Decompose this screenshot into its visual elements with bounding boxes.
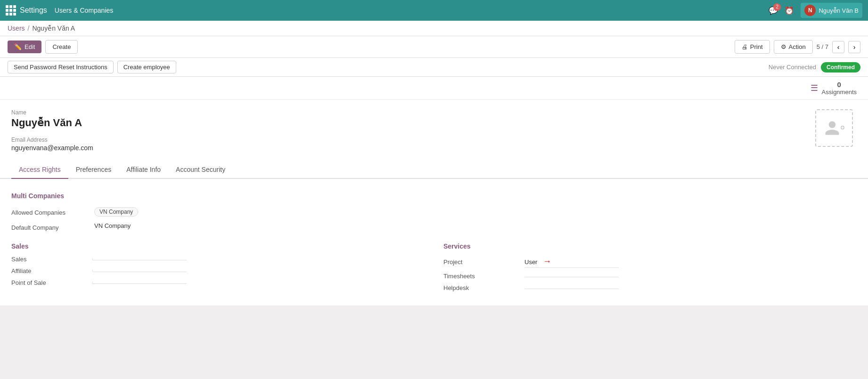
profile-info: Name Nguyễn Văn A Email Address nguyenva…: [11, 109, 806, 152]
services-row-1: Timesheets: [443, 273, 857, 280]
app-logo[interactable]: Settings: [6, 5, 47, 16]
services-value-0: User →: [524, 256, 619, 268]
allowed-companies-tag: VN Company: [94, 207, 138, 217]
tab-affiliate-info[interactable]: Affiliate Info: [119, 161, 168, 179]
sales-label-2: Point of Sale: [11, 279, 87, 286]
services-label-0: Project: [443, 258, 519, 266]
email-value: nguyenvana@example.com: [11, 144, 806, 152]
allowed-companies-row: Allowed Companies VN Company: [11, 207, 857, 217]
sales-row-0: Sales: [11, 256, 425, 263]
tabs-bar: Access Rights Preferences Affiliate Info…: [0, 161, 868, 179]
action-bar: Send Password Reset Instructions Create …: [0, 58, 868, 77]
sales-value-2: [92, 282, 187, 284]
services-row-0: Project User →: [443, 256, 857, 268]
notification-badge: 2: [773, 3, 781, 11]
tab-account-security[interactable]: Account Security: [168, 161, 233, 179]
default-company-label: Default Company: [11, 222, 87, 231]
avatar-upload[interactable]: [815, 109, 853, 147]
gear-icon: ⚙: [781, 43, 786, 50]
navbar: Settings Users & Companies 💬 2 ⏰ N Nguyễ…: [0, 0, 868, 21]
create-employee-button[interactable]: Create employee: [117, 61, 176, 73]
breadcrumb: Users / Nguyễn Văn A: [0, 21, 868, 36]
sales-label-1: Affiliate: [11, 267, 87, 274]
two-col-sections: Sales Sales Affiliate Point of Sale Serv…: [11, 242, 857, 296]
module-name: Users & Companies: [55, 7, 114, 14]
confirmed-status-badge: Confirmed: [821, 62, 860, 73]
services-value-1: [524, 275, 619, 277]
assignments-text: 0 Assignments: [822, 81, 857, 96]
create-button[interactable]: Create: [45, 40, 78, 54]
services-label-1: Timesheets: [443, 273, 519, 280]
action-button[interactable]: ⚙ Action: [774, 40, 813, 54]
services-row-2: Helpdesk: [443, 284, 857, 291]
default-company-row: Default Company VN Company: [11, 222, 857, 231]
breadcrumb-separator: /: [28, 24, 30, 32]
multi-companies-header: Multi Companies: [11, 192, 857, 200]
sales-section: Sales Sales Affiliate Point of Sale: [11, 242, 425, 296]
pager: 5 / 7 ‹ ›: [817, 41, 860, 53]
services-value-2: [524, 287, 619, 289]
name-value: Nguyễn Văn A: [11, 117, 806, 129]
breadcrumb-current: Nguyễn Văn A: [32, 24, 75, 32]
pager-next-button[interactable]: ›: [848, 41, 860, 53]
sales-value-0: [92, 258, 187, 260]
breadcrumb-parent[interactable]: Users: [8, 24, 25, 32]
print-button[interactable]: 🖨 Print: [735, 40, 770, 54]
never-connected-status: Never Connected: [769, 64, 816, 71]
arrow-indicator: →: [543, 257, 551, 266]
user-menu-button[interactable]: N Nguyễn Văn B: [801, 3, 862, 18]
allowed-companies-label: Allowed Companies: [11, 207, 87, 216]
services-section: Services Project User → Timesheets Helpd…: [443, 242, 857, 296]
send-reset-button[interactable]: Send Password Reset Instructions: [8, 61, 114, 73]
grid-icon: [6, 5, 16, 16]
sales-value-1: [92, 270, 187, 272]
assignments-count: 0: [822, 81, 857, 89]
sales-row-2: Point of Sale: [11, 279, 425, 286]
services-label-2: Helpdesk: [443, 284, 519, 291]
edit-button[interactable]: ✏️ Edit: [8, 40, 41, 53]
sales-row-1: Affiliate: [11, 267, 425, 274]
name-label: Name: [11, 109, 806, 116]
tab-content-access-rights: Multi Companies Allowed Companies VN Com…: [0, 179, 868, 306]
main-content: ☰ 0 Assignments Name Nguyễn Văn A Email …: [0, 77, 868, 306]
edit-icon: ✏️: [14, 43, 22, 50]
assignments-label: Assignments: [822, 89, 857, 96]
pager-prev-button[interactable]: ‹: [832, 41, 844, 53]
toolbar: ✏️ Edit Create 🖨 Print ⚙ Action 5 / 7 ‹ …: [0, 36, 868, 58]
profile-section: Name Nguyễn Văn A Email Address nguyenva…: [0, 100, 868, 161]
user-name: Nguyễn Văn B: [819, 7, 859, 14]
default-company-value: VN Company: [94, 222, 131, 229]
assignments-bar: ☰ 0 Assignments: [0, 77, 868, 100]
pager-text: 5 / 7: [817, 43, 828, 50]
user-avatar: N: [804, 5, 816, 16]
print-icon: 🖨: [742, 43, 748, 50]
sales-header: Sales: [11, 242, 425, 250]
assignments-icon: ☰: [811, 83, 818, 93]
tab-preferences[interactable]: Preferences: [68, 161, 119, 179]
email-label: Email Address: [11, 137, 806, 143]
services-header: Services: [443, 242, 857, 250]
tab-access-rights[interactable]: Access Rights: [11, 161, 68, 179]
app-name: Settings: [20, 6, 47, 15]
notifications-button[interactable]: 💬 2: [769, 6, 778, 15]
navbar-right: 💬 2 ⏰ N Nguyễn Văn B: [769, 3, 862, 18]
sales-label-0: Sales: [11, 256, 87, 263]
settings-button[interactable]: ⏰: [785, 6, 794, 15]
navbar-left: Settings Users & Companies: [6, 5, 113, 16]
